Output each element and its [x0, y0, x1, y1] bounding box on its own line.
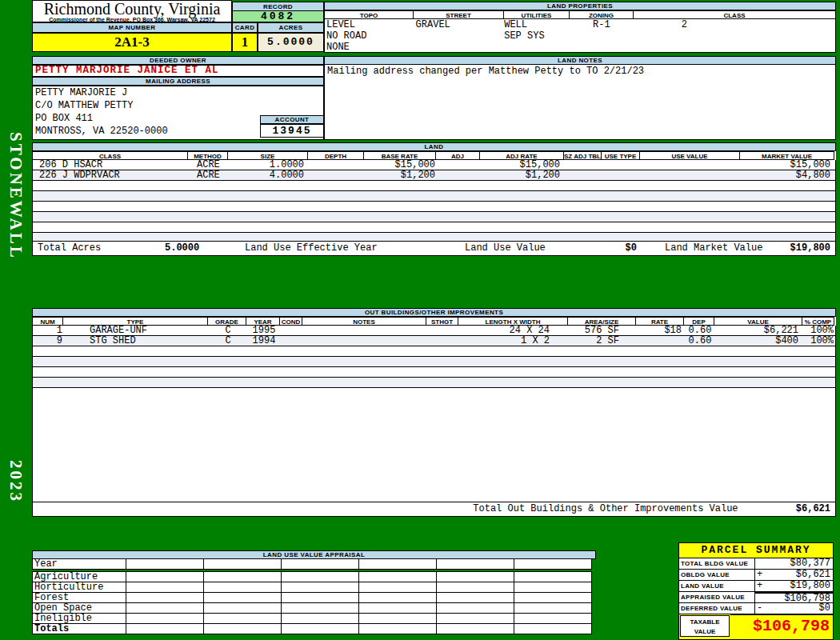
column-header: CLASS [634, 10, 836, 19]
cell-area-size: 2 SF [569, 336, 637, 346]
map-number-value: 2A1-3 [32, 33, 232, 52]
column-header: TOPO [324, 10, 414, 19]
column-header: AREA/SIZE [568, 317, 636, 326]
class-value: 2 [634, 19, 835, 52]
empty-cell [126, 623, 204, 634]
column-header: USE TYPE [602, 151, 640, 160]
land-section: LAND CLASS METHOD SIZE DEPTH BASE RATE A… [32, 142, 836, 256]
total-acres-value: 5.0000 [165, 242, 199, 255]
empty-cell [514, 558, 592, 570]
row-label: Forest [32, 592, 126, 603]
cell-market-value: $4,800 [741, 170, 835, 180]
empty-cell [514, 623, 592, 634]
cell-adj-rate: $1,200 [481, 170, 565, 180]
summary-label: LAND VALUE [679, 581, 755, 592]
county-header-box: Richmond County, Virginia Commissioner o… [32, 0, 232, 22]
cell-depth [309, 170, 365, 180]
summary-value: +$6,621 [755, 570, 833, 581]
empty-cell [126, 592, 204, 603]
land-note: Mailing address changed per Matthew Pett… [325, 65, 835, 77]
taxable-value: $106,798 [730, 614, 833, 638]
county-title: Richmond County, Virginia [33, 1, 231, 17]
cell-dep: 0.60 [685, 326, 715, 335]
account-value: 13945 [260, 124, 324, 138]
value: $0 [819, 602, 830, 614]
empty-row [33, 202, 835, 212]
empty-cell [126, 571, 204, 582]
empty-row [33, 191, 835, 202]
cell-notes [303, 326, 427, 335]
empty-cell [281, 571, 359, 582]
cell-comp: 100% [803, 326, 835, 335]
summary-label: DEFERRED VALUE [679, 603, 755, 614]
empty-cell [126, 582, 204, 593]
parcel-summary-section: PARCEL SUMMARY TOTAL BLDG VALUE $80,377 … [678, 542, 834, 640]
value: $6,621 [796, 569, 830, 580]
column-header: DEPTH [308, 151, 364, 160]
row-label: Open Space [32, 602, 126, 614]
column-header: BASE RATE [364, 151, 436, 160]
summary-value: $80,377 [755, 558, 833, 570]
deeded-owner-value: PETTY MARJORIE JANICE ET AL [32, 65, 324, 77]
out-buildings-section: OUT BUILDINGS/OTHER IMPROVEMENTS NUM TYP… [32, 308, 836, 517]
summary-label: TOTAL BLDG VALUE [679, 558, 755, 570]
empty-cell [436, 602, 514, 614]
summary-value: -$0 [755, 603, 833, 614]
row-label: Ineligible [32, 613, 126, 624]
empty-cell [358, 592, 437, 603]
summary-row: TOTAL BLDG VALUE $80,377 [679, 558, 833, 570]
empty-cell [436, 613, 514, 624]
column-header: UTILITIES [504, 10, 570, 19]
land-use-appraisal-section: LAND USE VALUE APPRAISAL Year Agricultur… [32, 550, 596, 640]
cell-rate: $18 [637, 326, 685, 335]
empty-cell [436, 571, 514, 582]
column-header: % COMP [802, 317, 834, 326]
empty-cell [281, 613, 359, 624]
empty-cell [514, 602, 592, 614]
empty-cell [203, 558, 282, 570]
card-header: CARD [232, 22, 258, 33]
empty-cell [436, 623, 514, 634]
cell-sthgt [427, 326, 459, 335]
row-label: Totals [32, 623, 126, 634]
cell-sz-adj-tbl [565, 160, 602, 170]
empty-cell [281, 602, 359, 614]
summary-row: DEFERRED VALUE -$0 [679, 603, 833, 614]
empty-cell [358, 582, 437, 593]
utilities-values: WELL SEP SYS [504, 19, 570, 52]
cell-sz-adj-tbl [565, 170, 602, 180]
appraisal-row: Ineligible [32, 613, 596, 624]
taxable-label: TAXABLE VALUE [680, 615, 730, 637]
land-notes-section: LAND NOTES Mailing address changed per M… [324, 56, 836, 140]
out-buildings-total-label: Total Out Buildings & Other Improvements… [473, 503, 738, 514]
column-header: ADJ RATE [480, 151, 564, 160]
cell-use-value [641, 170, 741, 180]
column-header: YEAR [246, 317, 280, 326]
topo-line: NO ROAD [325, 30, 414, 42]
column-header: VALUE [714, 317, 802, 326]
cell-market-value: $15,000 [741, 160, 835, 170]
address-line: PETTY MARJORIE J [33, 86, 323, 99]
value: $19,800 [790, 580, 830, 591]
out-buildings-columns: NUM TYPE GRADE YEAR COND NOTES STHGT LEN… [32, 317, 836, 326]
column-header: STREET [414, 10, 504, 19]
summary-label: OBLDG VALUE [679, 570, 755, 581]
cell-method: ACRE [189, 160, 229, 170]
summary-value: +$19,800 [755, 581, 833, 592]
utilities-line: WELL [504, 19, 570, 30]
cell-base-rate: $15,000 [365, 160, 437, 170]
map-number-header: MAP NUMBER [32, 22, 232, 33]
empty-cell [126, 602, 204, 614]
cell-rate [637, 336, 685, 346]
table-row: 9 STG SHED C 1994 1 X 2 2 SF 0.60 $400 1… [33, 336, 835, 346]
land-market-value-label: Land Market Value [665, 242, 762, 255]
taxable-label-line: VALUE [681, 627, 729, 637]
sidebar-district-label: STONEWALL [6, 120, 26, 272]
empty-row [33, 357, 835, 367]
summary-value: $106,798 [755, 592, 833, 603]
cell-notes [303, 336, 427, 346]
total-acres-label: Total Acres [38, 242, 101, 255]
column-header: NUM [32, 317, 63, 326]
value: $80,377 [790, 558, 830, 569]
empty-cell [358, 602, 437, 614]
